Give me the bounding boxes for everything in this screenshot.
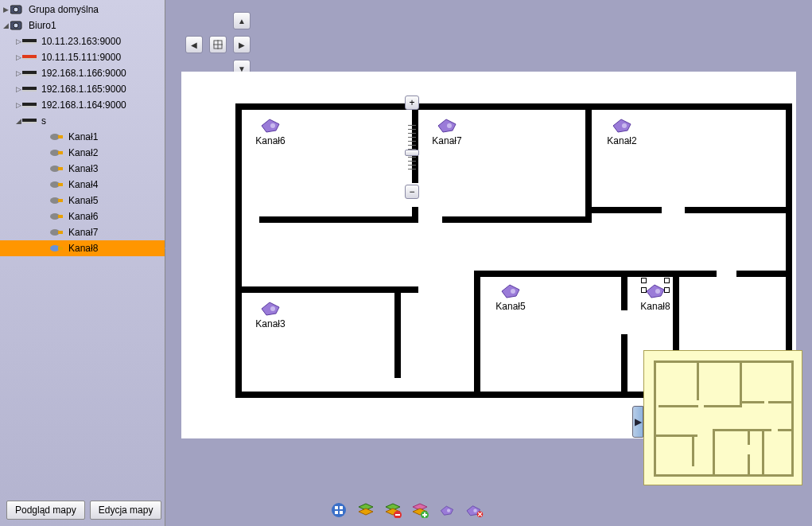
camera-label: Kanał6: [255, 135, 285, 146]
zoom-out-button[interactable]: −: [405, 185, 419, 199]
map-camera-kanal5[interactable]: Kanał5: [487, 280, 534, 312]
grid-view-icon[interactable]: [329, 501, 348, 520]
camera-delete-icon[interactable]: [464, 501, 484, 520]
map-camera-kanal6[interactable]: Kanał6: [247, 115, 294, 146]
camera-group-icon: [10, 20, 25, 31]
svg-rect-50: [424, 512, 425, 517]
map-remove-icon[interactable]: [383, 501, 402, 520]
zoom-thumb[interactable]: [405, 150, 419, 156]
svg-rect-19: [58, 151, 63, 154]
tree-node-channel[interactable]: Kanał2: [0, 145, 165, 161]
nvr-device-icon: [22, 101, 38, 109]
svg-rect-21: [58, 167, 63, 170]
tree-node-label: Kanał6: [67, 211, 98, 222]
svg-rect-29: [58, 231, 63, 234]
tree-node-folder-s[interactable]: ◢ s: [0, 113, 165, 129]
map-camera-kanal3[interactable]: Kanał3: [247, 298, 294, 329]
svg-point-1: [14, 7, 18, 12]
map-camera-kanal8-selected[interactable]: Kanał8: [631, 280, 679, 312]
tree-node-device[interactable]: ▷ 10.11.15.111:9000: [0, 49, 165, 65]
nvr-device-icon: [22, 85, 38, 93]
svg-point-52: [473, 509, 477, 513]
camera-label: Kanał2: [607, 135, 636, 146]
tree-node-device[interactable]: ▷ 10.11.23.163:9000: [0, 33, 165, 49]
map-camera-kanal2[interactable]: Kanał2: [598, 115, 646, 146]
camera-group-icon: [10, 4, 25, 15]
zoom-slider[interactable]: + −: [404, 95, 420, 199]
minimap-toggle-button[interactable]: ▶: [632, 406, 643, 438]
tree-node-channel[interactable]: Kanał3: [0, 161, 165, 177]
collapse-arrow-icon[interactable]: ◢: [14, 117, 22, 125]
pan-right-button[interactable]: ▶: [233, 36, 251, 53]
tree-node-biuro1[interactable]: ◢ Biuro1: [0, 18, 165, 33]
tree-node-label: Biuro1: [27, 20, 56, 31]
svg-rect-45: [340, 511, 343, 514]
svg-rect-13: [22, 106, 37, 107]
svg-rect-17: [58, 135, 63, 138]
map-camera-kanal7[interactable]: Kanał7: [423, 115, 471, 146]
tree-node-label: s: [40, 115, 46, 127]
map-add-icon[interactable]: [410, 501, 429, 520]
minimap[interactable]: [643, 350, 802, 485]
channel-icon: [49, 132, 65, 142]
svg-rect-7: [22, 58, 37, 60]
device-tree: ▶ Grupa domyślna ◢ Biuro1 ▷ 10.11.23.163…: [0, 0, 165, 526]
tree-node-label: 10.11.15.111:9000: [40, 52, 121, 63]
expand-arrow-icon[interactable]: ▷: [14, 85, 22, 93]
map-layers-icon[interactable]: [356, 501, 375, 520]
svg-rect-44: [335, 511, 338, 514]
pan-center-button[interactable]: [209, 36, 227, 53]
tree-node-device[interactable]: ▷ 192.168.1.164:9000: [0, 97, 165, 113]
tree-node-default-group[interactable]: ▶ Grupa domyślna: [0, 2, 165, 18]
map-edit-button[interactable]: Edycja mapy: [90, 501, 162, 520]
svg-point-38: [270, 306, 275, 311]
svg-rect-23: [58, 183, 63, 186]
svg-rect-47: [395, 514, 400, 516]
tree-node-label: Kanał5: [67, 195, 98, 206]
map-preview-button[interactable]: Podgląd mapy: [6, 501, 85, 520]
collapse-arrow-icon[interactable]: ◢: [2, 21, 10, 29]
svg-point-36: [447, 123, 452, 128]
pan-up-button[interactable]: ▲: [233, 12, 251, 29]
tree-node-channel[interactable]: Kanał4: [0, 177, 165, 193]
expand-arrow-icon[interactable]: ▷: [14, 69, 22, 77]
tree-node-device[interactable]: ▷ 192.168.1.166:9000: [0, 65, 165, 81]
svg-rect-31: [58, 247, 63, 250]
expand-arrow-icon[interactable]: ▷: [14, 37, 22, 45]
tree-node-channel[interactable]: Kanał5: [0, 193, 165, 208]
channel-icon: [49, 180, 65, 189]
channel-icon: [49, 148, 65, 158]
device-tree-sidebar: ▶ Grupa domyślna ◢ Biuro1 ▷ 10.11.23.163…: [0, 0, 165, 526]
tree-node-label: Kanał1: [67, 131, 98, 142]
camera-label: Kanał7: [432, 135, 461, 146]
zoom-in-button[interactable]: +: [405, 95, 419, 110]
tree-node-channel[interactable]: Kanał7: [0, 224, 165, 240]
tree-node-label: 10.11.23.163:9000: [40, 36, 121, 47]
expand-arrow-icon[interactable]: ▶: [2, 6, 10, 14]
tree-node-channel-selected[interactable]: Kanał8: [0, 240, 165, 256]
camera-tool-icon[interactable]: [437, 501, 457, 520]
tree-node-channel[interactable]: Kanał1: [0, 129, 165, 145]
tree-node-device[interactable]: ▷ 192.168.1.165:9000: [0, 81, 165, 97]
svg-rect-42: [335, 506, 338, 509]
svg-rect-11: [22, 90, 37, 92]
channel-icon: [49, 228, 65, 237]
mode-buttons: Podgląd mapy Edycja mapy: [6, 501, 161, 520]
map-editor-area: ▲ ◀ ▶ ▼: [165, 0, 812, 526]
svg-point-37: [622, 123, 627, 128]
svg-point-40: [655, 289, 660, 294]
camera-label: Kanał8: [640, 301, 670, 312]
zoom-track[interactable]: [406, 111, 418, 183]
tree-node-label: Kanał2: [67, 147, 98, 158]
nvr-device-icon: [22, 117, 38, 125]
tree-node-label: Kanał7: [67, 227, 98, 238]
camera-label: Kanał3: [255, 318, 285, 329]
expand-arrow-icon[interactable]: ▷: [14, 101, 22, 109]
svg-point-3: [14, 23, 18, 28]
pan-left-button[interactable]: ◀: [185, 36, 203, 53]
tree-node-channel[interactable]: Kanał6: [0, 208, 165, 224]
tree-node-label: 192.168.1.165:9000: [40, 84, 126, 95]
tree-node-label: Grupa domyślna: [27, 4, 99, 15]
expand-arrow-icon[interactable]: ▷: [14, 53, 22, 61]
camera-label: Kanał5: [495, 301, 525, 312]
